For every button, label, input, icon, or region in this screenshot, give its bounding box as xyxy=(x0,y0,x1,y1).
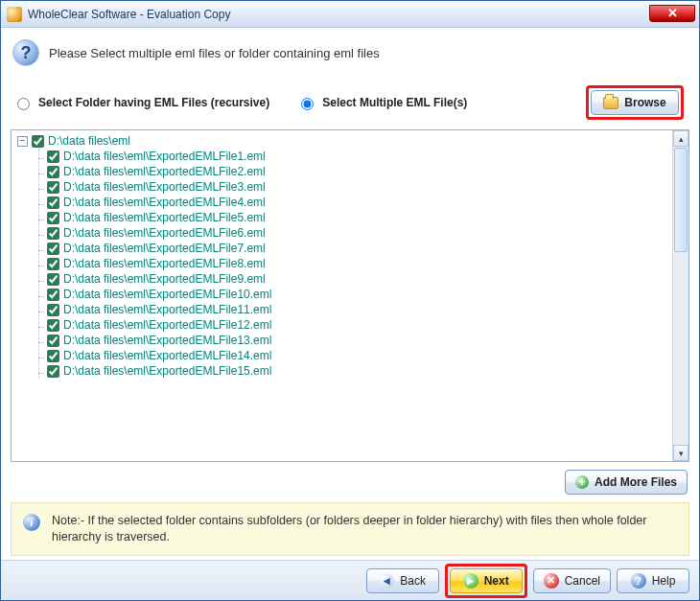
tree-children: D:\data files\eml\ExportedEMLFile1.emlD:… xyxy=(38,149,672,379)
back-button[interactable]: ◄ Back xyxy=(366,568,439,593)
file-row[interactable]: D:\data files\eml\ExportedEMLFile3.eml xyxy=(39,179,672,195)
file-label[interactable]: D:\data files\eml\ExportedEMLFile8.eml xyxy=(63,257,266,270)
file-checkbox[interactable] xyxy=(47,181,59,194)
file-row[interactable]: D:\data files\eml\ExportedEMLFile1.eml xyxy=(39,149,672,164)
cancel-button[interactable]: ✕ Cancel xyxy=(533,568,611,593)
instruction-text: Please Select multiple eml files or fold… xyxy=(49,46,380,60)
file-label[interactable]: D:\data files\eml\ExportedEMLFile3.eml xyxy=(63,180,266,194)
file-row[interactable]: D:\data files\eml\ExportedEMLFile15.eml xyxy=(39,363,672,379)
window-controls: ✕ xyxy=(649,6,695,23)
file-checkbox[interactable] xyxy=(47,335,59,347)
back-button-label: Back xyxy=(400,574,426,588)
add-more-files-button[interactable]: + Add More Files xyxy=(565,470,688,495)
info-icon: i xyxy=(23,514,40,531)
tree-root-row[interactable]: − D:\data files\eml xyxy=(17,134,672,148)
file-label[interactable]: D:\data files\eml\ExportedEMLFile6.eml xyxy=(63,226,266,240)
question-icon: ? xyxy=(12,39,39,66)
radio-select-folder-label: Select Folder having EML Files (recursiv… xyxy=(38,96,269,109)
file-checkbox[interactable] xyxy=(47,150,59,163)
file-row[interactable]: D:\data files\eml\ExportedEMLFile14.eml xyxy=(39,348,672,363)
note-panel: i Note:- If the selected folder contains… xyxy=(11,502,689,556)
folder-icon xyxy=(603,97,618,109)
close-button[interactable]: ✕ xyxy=(649,5,695,22)
scroll-thumb[interactable] xyxy=(674,148,688,252)
radio-select-multiple[interactable]: Select Multiple EML File(s) xyxy=(296,95,467,110)
titlebar: WholeClear Software - Evaluation Copy ✕ xyxy=(1,1,699,28)
file-label[interactable]: D:\data files\eml\ExportedEMLFile4.eml xyxy=(63,196,266,209)
next-button-label: Next xyxy=(484,574,509,588)
arrow-left-icon: ◄ xyxy=(379,573,394,589)
file-checkbox[interactable] xyxy=(47,304,59,316)
help-icon: ? xyxy=(631,573,646,589)
file-label[interactable]: D:\data files\eml\ExportedEMLFile10.eml xyxy=(63,288,271,301)
file-checkbox[interactable] xyxy=(47,365,59,378)
file-label[interactable]: D:\data files\eml\ExportedEMLFile7.eml xyxy=(63,242,266,255)
cancel-button-label: Cancel xyxy=(565,574,600,588)
file-label[interactable]: D:\data files\eml\ExportedEMLFile1.eml xyxy=(63,150,266,163)
file-checkbox[interactable] xyxy=(47,273,59,286)
file-label[interactable]: D:\data files\eml\ExportedEMLFile14.eml xyxy=(63,349,271,362)
file-row[interactable]: D:\data files\eml\ExportedEMLFile2.eml xyxy=(39,164,672,179)
scroll-track[interactable] xyxy=(673,253,688,445)
radio-select-multiple-input[interactable] xyxy=(301,98,314,110)
file-row[interactable]: D:\data files\eml\ExportedEMLFile7.eml xyxy=(39,241,672,256)
add-more-files-label: Add More Files xyxy=(595,475,677,489)
cancel-icon: ✕ xyxy=(544,573,559,589)
app-window: WholeClear Software - Evaluation Copy ✕ … xyxy=(0,0,700,601)
browse-highlight: Browse xyxy=(586,85,684,120)
file-checkbox[interactable] xyxy=(47,319,59,332)
source-mode-row: Select Folder having EML Files (recursiv… xyxy=(11,80,689,129)
radio-select-folder-input[interactable] xyxy=(17,98,30,110)
scroll-up-button[interactable]: ▴ xyxy=(673,130,688,147)
note-text: Note:- If the selected folder contains s… xyxy=(52,513,677,545)
file-row[interactable]: D:\data files\eml\ExportedEMLFile13.eml xyxy=(39,333,672,348)
file-label[interactable]: D:\data files\eml\ExportedEMLFile11.eml xyxy=(63,303,271,316)
file-label[interactable]: D:\data files\eml\ExportedEMLFile9.eml xyxy=(63,272,266,286)
file-checkbox[interactable] xyxy=(47,258,59,270)
vertical-scrollbar[interactable]: ▴ ▾ xyxy=(672,130,688,461)
file-row[interactable]: D:\data files\eml\ExportedEMLFile8.eml xyxy=(39,256,672,271)
radio-select-folder[interactable]: Select Folder having EML Files (recursiv… xyxy=(12,95,269,110)
file-tree-inner: − D:\data files\eml D:\data files\eml\Ex… xyxy=(12,130,672,461)
content-area: ? Please Select multiple eml files or fo… xyxy=(1,28,699,560)
next-button[interactable]: ► Next xyxy=(450,568,523,593)
file-label[interactable]: D:\data files\eml\ExportedEMLFile12.eml xyxy=(63,318,271,332)
instruction-row: ? Please Select multiple eml files or fo… xyxy=(11,35,689,80)
file-row[interactable]: D:\data files\eml\ExportedEMLFile11.eml xyxy=(39,302,672,317)
file-checkbox[interactable] xyxy=(47,196,59,209)
arrow-right-icon: ► xyxy=(463,573,478,589)
file-row[interactable]: D:\data files\eml\ExportedEMLFile12.eml xyxy=(39,317,672,333)
wizard-footer: ◄ Back ► Next ✕ Cancel ? Help xyxy=(1,560,699,600)
root-checkbox[interactable] xyxy=(32,135,44,148)
file-label[interactable]: D:\data files\eml\ExportedEMLFile5.eml xyxy=(63,211,266,224)
radio-select-multiple-label: Select Multiple EML File(s) xyxy=(322,96,467,109)
window-title: WholeClear Software - Evaluation Copy xyxy=(28,8,643,21)
file-row[interactable]: D:\data files\eml\ExportedEMLFile5.eml xyxy=(39,210,672,225)
file-checkbox[interactable] xyxy=(47,227,59,240)
file-row[interactable]: D:\data files\eml\ExportedEMLFile6.eml xyxy=(39,225,672,241)
browse-button-label: Browse xyxy=(624,96,665,109)
file-checkbox[interactable] xyxy=(47,243,59,255)
file-checkbox[interactable] xyxy=(47,289,59,301)
collapse-icon[interactable]: − xyxy=(17,136,28,147)
file-checkbox[interactable] xyxy=(47,350,59,362)
file-checkbox[interactable] xyxy=(47,212,59,224)
help-button-label: Help xyxy=(652,574,676,588)
add-more-row: + Add More Files xyxy=(11,462,689,502)
browse-button[interactable]: Browse xyxy=(591,90,679,115)
plus-icon: + xyxy=(575,475,589,489)
file-tree: − D:\data files\eml D:\data files\eml\Ex… xyxy=(11,129,689,462)
file-label[interactable]: D:\data files\eml\ExportedEMLFile2.eml xyxy=(63,165,266,178)
scroll-down-button[interactable]: ▾ xyxy=(673,445,688,461)
tree-root-label[interactable]: D:\data files\eml xyxy=(48,134,130,148)
app-icon xyxy=(7,7,22,22)
next-highlight: ► Next xyxy=(445,564,527,598)
file-label[interactable]: D:\data files\eml\ExportedEMLFile15.eml xyxy=(63,364,271,378)
file-label[interactable]: D:\data files\eml\ExportedEMLFile13.eml xyxy=(63,334,271,347)
file-row[interactable]: D:\data files\eml\ExportedEMLFile10.eml xyxy=(39,287,672,302)
help-button[interactable]: ? Help xyxy=(617,568,689,593)
file-row[interactable]: D:\data files\eml\ExportedEMLFile4.eml xyxy=(39,195,672,210)
file-checkbox[interactable] xyxy=(47,166,59,178)
file-row[interactable]: D:\data files\eml\ExportedEMLFile9.eml xyxy=(39,271,672,287)
